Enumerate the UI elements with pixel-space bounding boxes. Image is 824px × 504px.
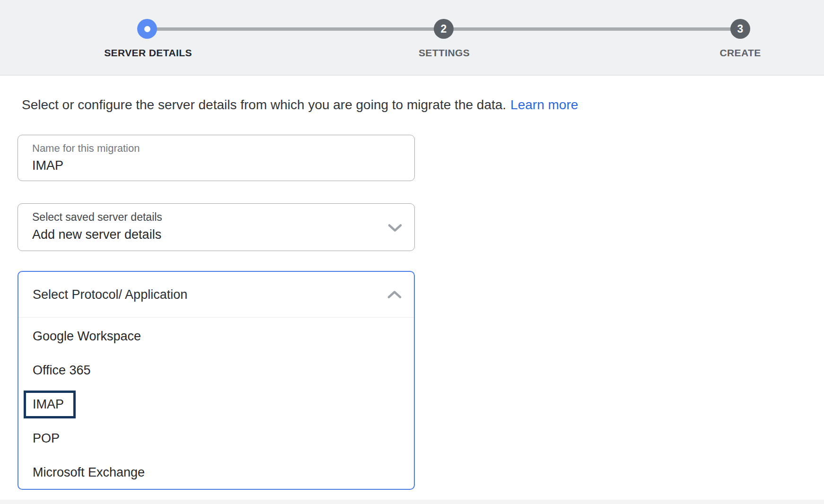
chevron-up-icon[interactable] [387,290,402,299]
protocol-select: Select Protocol/ Application Google Work… [18,271,415,490]
option-pop[interactable]: POP [18,421,414,455]
step-label-server-details: SERVER DETAILS [104,47,192,59]
saved-server-select[interactable]: Select saved server details Add new serv… [18,203,415,251]
protocol-options-list: Google Workspace Office 365 IMAP POP Mic… [18,318,414,489]
step-indicator-server-details[interactable] [137,19,157,39]
description-text: Select or configure the server details f… [22,97,506,112]
option-microsoft-exchange[interactable]: Microsoft Exchange [18,455,414,489]
focused-option-ring: IMAP [24,391,76,418]
migration-name-input[interactable]: Name for this migration IMAP [18,135,415,181]
active-step-dot-icon [144,26,150,32]
chevron-down-icon[interactable] [388,224,402,232]
wizard-stepper: 2 3 SERVER DETAILS SETTINGS CREATE [0,0,824,76]
saved-server-value: Add new server details [32,226,414,243]
option-office-365[interactable]: Office 365 [18,353,414,387]
step-indicator-create[interactable]: 3 [730,19,750,39]
migration-name-value: IMAP [32,157,414,174]
step-label-settings: SETTINGS [419,47,470,59]
page-bottom-strip [0,500,824,504]
step-number: 3 [737,23,744,35]
step-indicator-settings[interactable]: 2 [434,19,454,39]
migration-name-label: Name for this migration [32,141,414,156]
option-google-workspace[interactable]: Google Workspace [18,319,414,353]
step-number: 2 [441,23,447,35]
option-imap[interactable]: IMAP [18,387,414,421]
page-description: Select or configure the server details f… [22,97,578,113]
migration-wizard-page: 2 3 SERVER DETAILS SETTINGS CREATE Selec… [0,0,824,504]
protocol-select-label: Select Protocol/ Application [33,287,187,302]
step-label-create: CREATE [719,47,761,59]
saved-server-label: Select saved server details [32,210,414,225]
protocol-select-header[interactable]: Select Protocol/ Application [18,272,414,317]
learn-more-link[interactable]: Learn more [510,97,578,112]
